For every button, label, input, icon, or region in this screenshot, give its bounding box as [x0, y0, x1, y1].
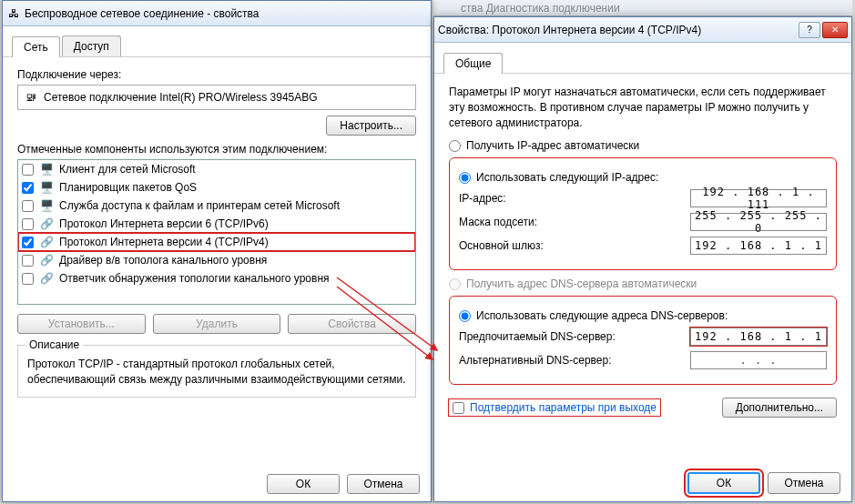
item-label: Драйвер в/в тополога канального уровня — [59, 254, 267, 267]
item-checkbox[interactable] — [22, 182, 34, 194]
client-icon: 🖥️ — [39, 162, 54, 176]
item-checkbox[interactable] — [22, 237, 34, 248]
item-checkbox[interactable] — [22, 255, 34, 267]
list-item[interactable]: 🔗 Протокол Интернета версии 4 (TCP/IPv4) — [18, 233, 415, 251]
protocol-icon: 🔗 — [39, 253, 54, 267]
manual-dns-group: Использовать следующие адреса DNS-сервер… — [449, 296, 837, 385]
close-button[interactable]: ✕ — [822, 22, 848, 38]
radio-manual-dns[interactable]: Использовать следующие адреса DNS-сервер… — [459, 309, 827, 322]
gateway-input[interactable]: 192 . 168 . 1 . 1 — [690, 237, 827, 255]
info-text: Параметры IP могут назначаться автоматич… — [449, 85, 837, 130]
titlebar: Свойства: Протокол Интернета версии 4 (T… — [434, 17, 851, 43]
ok-button[interactable]: ОК — [267, 474, 340, 494]
titlebar: 🖧 Беспроводное сетевое соединение - свой… — [3, 1, 431, 26]
cancel-button[interactable]: Отмена — [347, 474, 420, 494]
checkbox-input[interactable] — [453, 402, 464, 414]
item-checkbox[interactable] — [22, 164, 34, 176]
ip-input[interactable]: 192 . 168 . 1 . 111 — [690, 189, 827, 207]
manual-ip-group: Использовать следующий IP-адрес: IP-адре… — [449, 157, 837, 270]
service-icon: 🖥️ — [39, 198, 54, 213]
item-checkbox[interactable] — [22, 200, 34, 212]
list-item[interactable]: 🖥️ Клиент для сетей Microsoft — [18, 160, 415, 178]
item-label: Клиент для сетей Microsoft — [59, 163, 196, 176]
list-item[interactable]: 🔗 Драйвер в/в тополога канального уровня — [18, 251, 415, 269]
dns2-label: Альтернативный DNS-сервер: — [459, 354, 690, 367]
ip-label: IP-адрес: — [459, 192, 690, 205]
radio-auto-ip[interactable]: Получить IP-адрес автоматически — [449, 139, 837, 152]
list-item[interactable]: 🔗 Протокол Интернета версии 6 (TCP/IPv6) — [18, 215, 415, 233]
confirm-checkbox[interactable]: Подтвердить параметры при выходе — [449, 399, 660, 416]
tab-access[interactable]: Доступ — [62, 35, 121, 56]
list-item[interactable]: 🔗 Ответчик обнаружения топологии канальн… — [18, 269, 415, 287]
radio-input[interactable] — [459, 172, 471, 184]
item-label: Протокол Интернета версии 4 (TCP/IPv4) — [59, 236, 269, 248]
properties-button[interactable]: Свойства — [288, 314, 416, 334]
radio-auto-dns: Получить адрес DNS-сервера автоматически — [449, 277, 837, 290]
window-title: Свойства: Протокол Интернета версии 4 (T… — [438, 24, 799, 36]
nic-icon: 🖳 — [24, 90, 38, 105]
list-item[interactable]: 🖥️ Планировщик пакетов QoS — [18, 178, 415, 197]
help-button[interactable]: ? — [799, 22, 820, 38]
network-icon: 🖧 — [6, 6, 21, 21]
service-icon: 🖥️ — [39, 180, 54, 195]
protocol-icon: 🔗 — [39, 271, 54, 286]
adapter-properties-window: 🖧 Беспроводное сетевое соединение - свой… — [2, 0, 432, 502]
adapter-name: Сетевое подключение Intel(R) PRO/Wireles… — [44, 91, 318, 104]
radio-input[interactable] — [459, 310, 471, 322]
configure-button[interactable]: Настроить... — [326, 116, 416, 136]
background-tab-strip: ства Диагностика подключении — [433, 0, 852, 16]
item-checkbox[interactable] — [22, 218, 34, 230]
adapter-box: 🖳 Сетевое подключение Intel(R) PRO/Wirel… — [17, 85, 416, 110]
radio-manual-ip[interactable]: Использовать следующий IP-адрес: — [459, 171, 827, 184]
item-label: Протокол Интернета версии 6 (TCP/IPv6) — [59, 217, 269, 230]
item-checkbox[interactable] — [22, 273, 34, 285]
radio-input[interactable] — [449, 140, 461, 152]
description-title: Описание — [25, 338, 83, 351]
description-text: Протокол TCP/IP - стандартный протокол г… — [27, 357, 406, 388]
item-label: Ответчик обнаружения топологии канальног… — [59, 272, 330, 285]
tab-bar: Общие — [434, 43, 851, 74]
list-item[interactable]: 🖥️ Служба доступа к файлам и принтерам с… — [18, 197, 415, 215]
install-button[interactable]: Установить... — [17, 314, 146, 334]
gateway-label: Основной шлюз: — [459, 239, 690, 252]
connect-via-label: Подключение через: — [17, 68, 416, 81]
ok-button[interactable]: ОК — [687, 472, 760, 494]
protocol-icon: 🔗 — [39, 217, 54, 231]
mask-label: Маска подсети: — [459, 216, 690, 228]
dns2-input[interactable]: . . . — [690, 351, 827, 369]
dns1-label: Предпочитаемый DNS-сервер: — [459, 330, 690, 343]
components-label: Отмеченные компоненты используются этим … — [17, 143, 416, 156]
item-label: Планировщик пакетов QoS — [59, 181, 197, 194]
item-label: Служба доступа к файлам и принтерам сете… — [59, 199, 340, 212]
advanced-button[interactable]: Дополнительно... — [722, 398, 837, 418]
radio-input — [449, 278, 461, 290]
ipv4-properties-window: Свойства: Протокол Интернета версии 4 (T… — [433, 16, 852, 502]
tab-bar: Сеть Доступ — [3, 26, 431, 57]
dns1-input[interactable]: 192 . 168 . 1 . 1 — [690, 328, 827, 346]
tab-general[interactable]: Общие — [443, 53, 503, 74]
mask-input[interactable]: 255 . 255 . 255 . 0 — [690, 213, 827, 231]
remove-button[interactable]: Удалить — [153, 314, 281, 334]
cancel-button[interactable]: Отмена — [768, 472, 840, 494]
window-title: Беспроводное сетевое соединение - свойст… — [25, 7, 427, 20]
components-list[interactable]: 🖥️ Клиент для сетей Microsoft 🖥️ Планиро… — [17, 159, 416, 305]
protocol-icon: 🔗 — [39, 235, 54, 249]
description-group: Описание Протокол TCP/IP - стандартный п… — [17, 345, 416, 398]
tab-network[interactable]: Сеть — [12, 36, 60, 57]
